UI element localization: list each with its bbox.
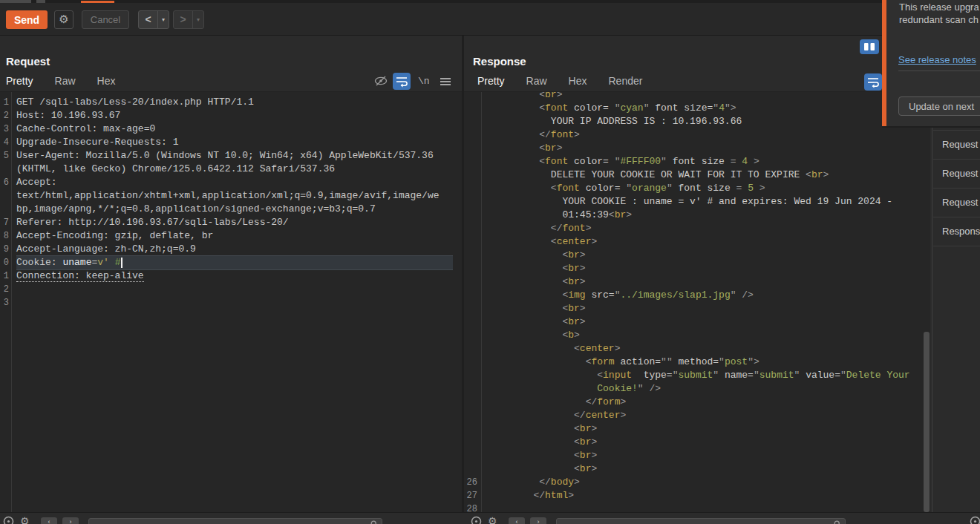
code-line: <br> bbox=[464, 249, 930, 262]
search-settings-gear-icon[interactable]: ⚙ bbox=[488, 515, 497, 524]
code-text: Cookie!" /> bbox=[487, 382, 926, 396]
code-line: DELETE YOUR COOKIE OR WAIT FOR IT TO EXP… bbox=[464, 168, 930, 182]
code-line: 5User-Agent: Mozilla/5.0 (Windows NT 10.… bbox=[0, 149, 462, 163]
code-text: <img src="../images/slap1.jpg" /> bbox=[487, 289, 926, 302]
line-number bbox=[464, 209, 480, 222]
inspector-item-request[interactable]: Request bbox=[933, 130, 980, 159]
code-line: 1GET /sqli-labs/Less-20/index.php HTTP/1… bbox=[0, 96, 462, 109]
code-line: </form> bbox=[464, 396, 930, 409]
notification-text: This release upgra bbox=[899, 1, 979, 13]
code-line: 8Accept-Encoding: gzip, deflate, br bbox=[0, 229, 462, 243]
line-number bbox=[464, 142, 480, 155]
response-tab-render[interactable]: Render bbox=[609, 72, 643, 94]
line-number bbox=[464, 115, 480, 128]
line-number bbox=[0, 189, 11, 203]
line-number: 2 bbox=[0, 109, 11, 122]
hide-eye-slash-icon[interactable] bbox=[373, 75, 388, 87]
search-target-icon[interactable] bbox=[471, 516, 482, 524]
code-line: 2 bbox=[0, 283, 462, 296]
see-release-notes-link[interactable]: See release notes bbox=[898, 54, 976, 65]
code-text: YOUR COOKIE : uname = v' # and expires: … bbox=[487, 195, 926, 209]
line-number bbox=[464, 262, 480, 275]
code-text: <br> bbox=[487, 92, 926, 102]
code-text: Referer: http://10.196.93.67/sqli-labs/L… bbox=[16, 216, 453, 229]
line-number bbox=[464, 449, 480, 462]
code-line: <font color= "cyan" font size="4"> bbox=[464, 102, 930, 115]
line-number: 26 bbox=[464, 476, 480, 489]
code-text: User-Agent: Mozilla/5.0 (Windows NT 10.0… bbox=[16, 149, 453, 163]
line-number bbox=[464, 249, 480, 262]
response-tab-pretty[interactable]: Pretty bbox=[477, 72, 505, 94]
inspector-item-request[interactable]: Request bbox=[933, 159, 980, 188]
code-line: YOUR IP ADDRESS IS : 10.196.93.66 bbox=[464, 115, 930, 128]
bottom-search-bars: ⚙ ‹ › ⚙ ‹ › bbox=[0, 512, 980, 524]
code-text: GET /sqli-labs/Less-20/index.php HTTP/1.… bbox=[16, 96, 453, 109]
search-settings-gear-icon[interactable]: ⚙ bbox=[20, 515, 30, 524]
code-text: Accept-Encoding: gzip, deflate, br bbox=[16, 229, 453, 243]
forward-dropdown-icon[interactable]: ▾ bbox=[192, 11, 203, 28]
notification-accent-bar bbox=[882, 0, 886, 128]
line-number bbox=[0, 163, 11, 176]
code-text: Accept-Language: zh-CN,zh;q=0.9 bbox=[16, 243, 453, 256]
line-number bbox=[464, 369, 480, 382]
code-line: </font> bbox=[464, 222, 930, 235]
request-tab-pretty[interactable]: Pretty bbox=[6, 72, 33, 94]
line-number bbox=[464, 396, 480, 409]
line-number bbox=[464, 235, 480, 249]
code-line: (KHTML, like Gecko) Chrome/125.0.6422.11… bbox=[0, 163, 462, 176]
code-line: <br> bbox=[464, 449, 930, 462]
line-number bbox=[464, 155, 480, 168]
line-number bbox=[464, 315, 480, 329]
update-on-next-button[interactable]: Update on next bbox=[898, 96, 980, 116]
history-forward-button[interactable]: > ▾ bbox=[173, 10, 204, 29]
back-dropdown-icon[interactable]: ▾ bbox=[157, 11, 169, 28]
search-target-icon[interactable] bbox=[970, 516, 980, 524]
code-text: <br> bbox=[487, 275, 926, 289]
response-editor[interactable]: <br> <font color= "cyan" font size="4"> … bbox=[464, 92, 930, 512]
word-wrap-toggle-icon[interactable] bbox=[864, 73, 882, 91]
code-line: <b> bbox=[464, 329, 930, 342]
response-tab-raw[interactable]: Raw bbox=[526, 72, 547, 94]
inspector-panel: RequestRequestRequestRespons bbox=[932, 92, 980, 512]
code-line: 0Cookie: uname=v' # bbox=[0, 256, 462, 269]
code-text: </center> bbox=[487, 409, 926, 422]
line-number: 9 bbox=[0, 243, 11, 256]
request-search-input[interactable] bbox=[88, 518, 382, 524]
request-editor[interactable]: 1GET /sqli-labs/Less-20/index.php HTTP/1… bbox=[0, 92, 462, 512]
show-newlines-icon[interactable]: \n bbox=[418, 76, 430, 87]
layout-columns-icon[interactable] bbox=[860, 39, 879, 54]
inspector-item-request[interactable]: Request bbox=[933, 188, 980, 217]
request-tab-hex[interactable]: Hex bbox=[97, 72, 116, 94]
line-number: 5 bbox=[0, 149, 11, 163]
code-line: YOUR COOKIE : uname = v' # and expires: … bbox=[464, 195, 930, 209]
history-back-button[interactable]: < ▾ bbox=[138, 10, 169, 29]
editor-menu-hamburger-icon[interactable] bbox=[440, 77, 451, 86]
code-text: <br> bbox=[487, 142, 926, 155]
code-text: DELETE YOUR COOKIE OR WAIT FOR IT TO EXP… bbox=[487, 168, 926, 182]
send-settings-gear-icon[interactable]: ⚙ bbox=[54, 10, 74, 29]
line-number bbox=[464, 168, 480, 182]
response-search-input[interactable] bbox=[556, 518, 846, 524]
search-target-icon[interactable] bbox=[3, 516, 14, 524]
line-number bbox=[464, 128, 480, 142]
code-text: <br> bbox=[487, 462, 926, 476]
code-text: Cache-Control: max-age=0 bbox=[16, 122, 453, 136]
code-text: </font> bbox=[487, 222, 926, 235]
inspector-item-respons[interactable]: Respons bbox=[933, 217, 980, 246]
response-scrollbar-thumb[interactable] bbox=[924, 332, 930, 512]
search-next-button[interactable]: › bbox=[530, 517, 546, 524]
code-line: 7Referer: http://10.196.93.67/sqli-labs/… bbox=[0, 216, 462, 229]
search-prev-button[interactable]: ‹ bbox=[509, 517, 525, 524]
search-next-button[interactable]: › bbox=[62, 517, 79, 524]
line-number bbox=[0, 203, 11, 216]
send-button[interactable]: Send bbox=[6, 10, 48, 29]
search-prev-button[interactable]: ‹ bbox=[41, 517, 57, 524]
back-arrow-icon[interactable]: < bbox=[139, 11, 157, 28]
response-tab-hex[interactable]: Hex bbox=[569, 72, 587, 94]
repeater-toolbar: Send ⚙ Cancel < ▾ > ▾ bbox=[0, 3, 980, 36]
line-number bbox=[464, 289, 480, 302]
word-wrap-toggle-icon[interactable] bbox=[393, 73, 411, 90]
forward-arrow-icon[interactable]: > bbox=[174, 11, 192, 28]
cancel-button[interactable]: Cancel bbox=[82, 10, 129, 29]
request-tab-raw[interactable]: Raw bbox=[55, 72, 76, 94]
